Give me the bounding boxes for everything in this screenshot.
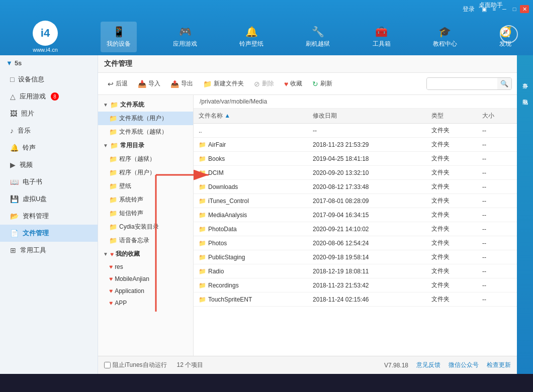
tree-item-1[interactable]: 📁文件系统（越狱） — [98, 125, 193, 139]
tree-favorites-section[interactable]: ▼♥我的收藏 — [98, 247, 193, 261]
wechat-link[interactable]: 微信公众号 — [449, 361, 479, 369]
sidebar-item-data-mgr[interactable]: 📂资料管理 — [0, 208, 98, 225]
sidebar-item-ringtone[interactable]: 🔔铃声 — [0, 139, 98, 156]
file-size-3: -- — [477, 166, 517, 180]
import-button[interactable]: 📥 导入 — [133, 77, 165, 90]
tree-item-12[interactable]: ♥MobileAnjian — [98, 273, 193, 285]
file-type-0: 文件夹 — [426, 124, 477, 138]
tree-item-label-9: 语音备忘录 — [119, 236, 149, 245]
table-row[interactable]: 📁 Radio 2018-12-19 18:08:11 文件夹 -- — [194, 264, 517, 278]
table-row[interactable]: 📁 MediaAnalysis 2017-09-04 16:34:15 文件夹 … — [194, 208, 517, 222]
sidebar-item-common-tools[interactable]: ⊞常用工具 — [0, 242, 98, 259]
tree-item-9[interactable]: 📁语音备忘录 — [98, 234, 193, 247]
table-row[interactable]: 📁 iTunes_Control 2017-08-01 08:28:09 文件夹… — [194, 194, 517, 208]
file-table-header: 文件名称 ▲ 修改日期 类型 大小 — [194, 109, 517, 124]
nav-items: 📱我的设备🎮应用游戏🔔铃声壁纸🔧刷机越狱🧰工具箱🎓教程中心🧭发现 — [85, 22, 533, 52]
sidebar-item-app-game[interactable]: △应用游戏8 — [0, 88, 98, 105]
file-date-9: 2020-09-18 19:58:14 — [308, 250, 426, 264]
tree-item-6[interactable]: 📁系统铃声 — [98, 193, 193, 207]
tree-item-label-6: 系统铃声 — [119, 195, 143, 204]
nav-item-ringtone-wallpaper[interactable]: 🔔铃声壁纸 — [233, 22, 270, 52]
tree-section-2[interactable]: ▼📁常用目录 — [98, 139, 193, 152]
table-row[interactable]: 📁 Recordings 2018-11-23 21:53:42 文件夹 -- — [194, 278, 517, 292]
file-folder-icon-6: 📁 — [199, 212, 206, 219]
table-row[interactable]: 📁 Books 2019-04-25 18:41:18 文件夹 -- — [194, 152, 517, 166]
sidebar-item-ebook[interactable]: 📖电子书 — [0, 173, 98, 190]
prevent-itunes-label: 阻止iTunes自动运行 — [113, 361, 167, 369]
table-row[interactable]: 📁 Photos 2020-08-06 12:54:24 文件夹 -- — [194, 236, 517, 250]
col-name[interactable]: 文件名称 ▲ — [194, 109, 308, 124]
tree-arrow-icon-2: ▼ — [103, 143, 108, 148]
right-sidebar-item-pc[interactable]: 电脑 — [520, 91, 530, 97]
tree-item-13[interactable]: ♥Application — [98, 285, 193, 297]
nav-icon-app-game: 🎮 — [179, 26, 192, 38]
new-folder-button[interactable]: 📁 新建文件夹 — [199, 77, 248, 90]
col-size[interactable]: 大小 — [477, 109, 517, 124]
table-row[interactable]: 📁 DCIM 2020-09-20 13:32:10 文件夹 -- — [194, 166, 517, 180]
file-folder-icon-3: 📁 — [199, 169, 206, 176]
table-row[interactable]: 📁 AirFair 2018-11-23 21:53:29 文件夹 -- — [194, 138, 517, 152]
tree-item-5[interactable]: 📁壁纸 — [98, 179, 193, 193]
table-row[interactable]: 📁 TouchSpriteENT 2018-11-24 02:15:46 文件夹… — [194, 292, 517, 307]
table-row[interactable]: 📁 PhotoData 2020-09-21 14:10:02 文件夹 -- — [194, 222, 517, 236]
export-button[interactable]: 📤 导出 — [166, 77, 198, 90]
tree-item-3[interactable]: 📁程序（越狱） — [98, 152, 193, 166]
window-close-btn[interactable]: ✕ — [520, 5, 529, 13]
nav-item-app-game[interactable]: 🎮应用游戏 — [167, 22, 203, 52]
sidebar-item-file-mgr[interactable]: 📄文件管理 — [0, 225, 98, 242]
search-input[interactable] — [427, 78, 497, 89]
main-layout: ▼ 5s □设备信息△应用游戏8🖼照片♪音乐🔔铃声▶视频📖电子书💾虚拟U盘📂资料… — [0, 55, 533, 374]
tree-item-label-13: Application — [115, 287, 144, 295]
login-button[interactable]: 登录 — [463, 5, 475, 14]
favorite-icon: ♥ — [284, 80, 288, 88]
download-button[interactable]: ↓ — [500, 25, 518, 43]
table-row[interactable]: 📁 Downloads 2020-08-12 17:33:48 文件夹 -- — [194, 180, 517, 194]
nav-item-tutorial[interactable]: 🎓教程中心 — [427, 22, 463, 52]
file-list-area: /private/var/mobile/Media 文件名称 ▲ 修改日期 类型… — [194, 95, 517, 356]
sidebar-item-virtual-udisk[interactable]: 💾虚拟U盘 — [0, 190, 98, 208]
feedback-link[interactable]: 意见反馈 — [416, 361, 440, 369]
tree-item-11[interactable]: ♥res — [98, 261, 193, 273]
refresh-button[interactable]: ↻ 刷新 — [308, 77, 337, 90]
tree-item-7[interactable]: 📁短信铃声 — [98, 207, 193, 220]
prevent-itunes-checkbox[interactable] — [104, 362, 111, 368]
sidebar-label-virtual-udisk: 虚拟U盘 — [23, 194, 47, 204]
refresh-icon: ↻ — [312, 80, 318, 88]
file-date-8: 2020-08-06 12:54:24 — [308, 236, 426, 250]
left-sidebar: ▼ 5s □设备信息△应用游戏8🖼照片♪音乐🔔铃声▶视频📖电子书💾虚拟U盘📂资料… — [0, 55, 98, 374]
tree-item-8[interactable]: 📁Cydia安装目录 — [98, 220, 193, 234]
col-date[interactable]: 修改日期 — [308, 109, 426, 124]
sidebar-item-photos[interactable]: 🖼照片 — [0, 105, 98, 122]
tree-panel: ▼📁文件系统📁文件系统（用户）📁文件系统（越狱）▼📁常用目录📁程序（越狱）📁程序… — [98, 95, 194, 356]
tree-heart-icon: ♥ — [110, 251, 114, 258]
file-date-4: 2020-08-12 17:33:48 — [308, 180, 426, 194]
tree-item-label-5: 壁纸 — [119, 182, 131, 190]
tree-item-4[interactable]: 📁程序（用户） — [98, 166, 193, 179]
tree-item-label-0: 文件系统（用户） — [119, 114, 167, 123]
col-type[interactable]: 类型 — [426, 109, 477, 124]
file-type-1: 文件夹 — [426, 138, 477, 152]
sidebar-icon-file-mgr: 📄 — [10, 229, 19, 237]
file-name-0: .. — [199, 127, 202, 134]
tree-filesystem-section[interactable]: ▼📁文件系统 — [98, 98, 193, 112]
check-update-link[interactable]: 检查更新 — [487, 361, 511, 369]
right-sidebar-item-office[interactable]: 办事 — [520, 75, 530, 81]
nav-item-my-device[interactable]: 📱我的设备 — [101, 22, 137, 52]
search-button[interactable]: 🔍 — [497, 78, 511, 89]
delete-button[interactable]: ⊘ 删除 — [249, 77, 279, 90]
window-maximize-btn[interactable]: □ — [510, 5, 519, 13]
back-button[interactable]: ↩ 后退 — [103, 77, 132, 90]
tree-item-14[interactable]: ♥APP — [98, 297, 193, 309]
sidebar-item-video[interactable]: ▶视频 — [0, 156, 98, 173]
favorite-button[interactable]: ♥ 收藏 — [280, 77, 307, 90]
file-size-1: -- — [477, 138, 517, 152]
table-row[interactable]: .. -- 文件夹 -- — [194, 124, 517, 138]
sidebar-item-music[interactable]: ♪音乐 — [0, 122, 98, 139]
file-folder-icon-1: 📁 — [199, 141, 206, 148]
sidebar-item-device-info[interactable]: □设备信息 — [0, 71, 98, 88]
tree-item-0[interactable]: 📁文件系统（用户） — [98, 112, 193, 125]
nav-item-toolbox[interactable]: 🧰工具箱 — [367, 22, 397, 52]
prevent-itunes-wrap[interactable]: 阻止iTunes自动运行 — [104, 361, 167, 369]
nav-item-jailbreak[interactable]: 🔧刷机越狱 — [300, 22, 336, 52]
table-row[interactable]: 📁 PublicStaging 2020-09-18 19:58:14 文件夹 … — [194, 250, 517, 264]
